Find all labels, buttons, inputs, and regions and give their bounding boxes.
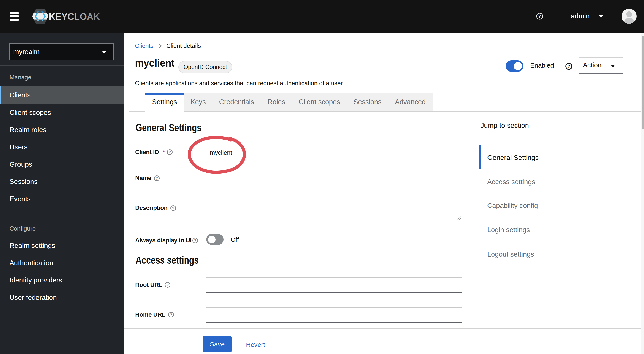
svg-text:?: ? bbox=[538, 14, 541, 19]
svg-text:?: ? bbox=[170, 313, 172, 317]
svg-text:?: ? bbox=[172, 206, 174, 210]
svg-text:?: ? bbox=[169, 150, 171, 154]
svg-text:?: ? bbox=[156, 176, 158, 180]
svg-text:?: ? bbox=[166, 283, 169, 287]
svg-text:KEYCLOAK: KEYCLOAK bbox=[49, 11, 100, 22]
svg-text:?: ? bbox=[568, 64, 570, 69]
svg-text:?: ? bbox=[194, 239, 196, 243]
